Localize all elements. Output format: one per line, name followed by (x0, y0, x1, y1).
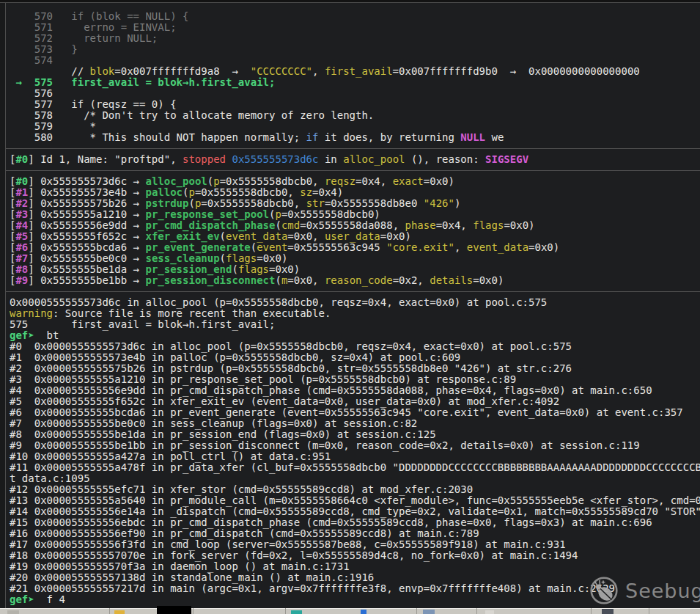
terminal-text-segment: =0x5555558da088, (300, 219, 405, 231)
terminal-text-segment: #4 (15, 219, 28, 231)
terminal-text-segment: 580 * This should NOT happen normally; (10, 131, 306, 143)
terminal-line: 573 } (10, 44, 700, 55)
terminal-text-segment: =0x4, (355, 175, 393, 187)
terminal-text-segment: #21 0x000055555557217d in main (argc=0x1… (10, 582, 615, 594)
taskbar-button-teal-icon[interactable] (291, 610, 302, 614)
terminal-line: 577 if (reqsz == 0) { (10, 99, 700, 110)
terminal-text-segment: #15 0x000055555556ebdc in pr_cmd_dispatc… (10, 516, 652, 528)
terminal-text-segment: #2 0x0000555555575b26 in pstrdup (p=0x55… (10, 362, 572, 374)
taskbar-button-light-icon[interactable] (485, 610, 494, 614)
terminal-text-segment: pr_session_end (145, 263, 232, 275)
screen: 570 if (blok == NULL) { 571 errno = EINV… (0, 0, 700, 614)
terminal-text-segment: #18 0x000055555557070e in fork_server (f… (10, 549, 578, 561)
taskbar-separator (416, 608, 417, 614)
taskbar-button-terminal-icon[interactable] (157, 606, 191, 614)
terminal-line: [#6] 0x5555555bcda6 → pr_event_generate(… (10, 242, 700, 253)
terminal-text-segment: =0x5555558dbcb0, (195, 186, 300, 198)
terminal-text-segment: =0x0) (380, 230, 411, 242)
terminal-text-segment: ( (188, 197, 194, 209)
terminal-line: 570 if (blok == NULL) { (10, 11, 700, 22)
terminal-text-segment: flags (238, 263, 269, 275)
terminal-line: 574 (10, 55, 700, 66)
terminal-line: 576 (10, 88, 700, 99)
terminal-text-segment: ( (275, 219, 281, 231)
terminal-text-segment: ( (275, 274, 281, 286)
taskbar (0, 608, 700, 614)
terminal-text-segment: =0x0) (504, 219, 534, 231)
terminal-text-segment: ] 0x555555573e4b → (28, 186, 145, 198)
terminal-text-segment: #6 (15, 241, 28, 253)
terminal-line: #6 0x00005555555bcda6 in pr_event_genera… (10, 407, 700, 418)
terminal-line: [#2] 0x555555575b26 → pstrdup(p=0x555555… (10, 198, 700, 209)
terminal-text-segment: p (213, 175, 219, 187)
terminal-text-segment: bt (34, 329, 59, 341)
terminal-text-segment: =0x0, (287, 230, 325, 242)
taskbar-button-grayblue-icon[interactable] (423, 610, 435, 614)
terminal-line: #3 0x00005555555a1210 in pr_response_set… (10, 374, 700, 385)
terminal-text-segment: ( (220, 252, 226, 264)
terminal-text-segment: pr_response_set_pool (145, 208, 269, 220)
taskbar-button-gray-icon[interactable] (7, 610, 19, 614)
terminal-text-segment: #11 0x00005555555a478f in pr_data_xfer (… (10, 461, 700, 473)
terminal-line: #7 0x00005555555be0c0 in sess_cleanup (f… (10, 418, 700, 429)
terminal-text-segment: =0x5555558dbcb0, (220, 175, 325, 187)
terminal-line: t data.c:1095 (10, 473, 700, 484)
terminal-text-segment: ] 0x555555573d6c → (28, 175, 145, 187)
terminal-text-segment: =0x4) (312, 186, 343, 198)
terminal-text-segment: pr_event_generate (145, 241, 250, 253)
terminal-line: 580 * This should NOT happen normally; i… (10, 132, 700, 143)
terminal-text-segment: #17 0x000055555556f3fd in cmd_loop (serv… (10, 538, 566, 550)
terminal-text-segment: #3 0x00005555555a1210 in pr_response_set… (10, 373, 516, 385)
terminal-text-segment: #0 (15, 175, 28, 187)
terminal-text-segment: ] 0x5555555be1bb → (28, 274, 145, 286)
terminal-text-segment: #3 (15, 208, 28, 220)
terminal-line: 0x0000555555573d6c in alloc_pool (p=0x55… (10, 297, 700, 308)
terminal-text-segment: =0x0) (257, 252, 287, 264)
terminal-text-segment: "426" (424, 197, 454, 209)
terminal-text-segment: sess_cleanup (145, 252, 219, 264)
terminal-text-segment: f 4 (34, 593, 65, 605)
terminal-text-segment: #5 0x00005555555f652c in xfer_exit_ev (e… (10, 395, 559, 407)
terminal-text-segment: #12 0x00005555555efc71 in xfer_stor (cmd… (10, 483, 473, 495)
terminal-text-segment: "core.exit" (386, 241, 454, 253)
terminal-text-segment: ( (207, 175, 213, 187)
terminal-text-segment: #7 0x00005555555be0c0 in sess_cleanup (f… (10, 417, 417, 429)
terminal-text-segment: t data.c:1095 (10, 472, 90, 484)
terminal-text-segment: =0x007fffffffd9b0 → 0x0000000000000000 (393, 65, 640, 77)
terminal-text-segment: #16 0x000055555556ef90 in pr_cmd_dispatc… (10, 527, 479, 539)
terminal-text-segment: 575 first_avail = blok→h.first_avail; (10, 318, 275, 330)
terminal-text-segment: ) (454, 197, 460, 209)
terminal-line: #15 0x000055555556ebdc in pr_cmd_dispatc… (10, 517, 700, 528)
terminal-line: #14 0x000055555556e14a in _dispatch (cmd… (10, 506, 700, 517)
seebug-watermark-label: Seebug (625, 580, 700, 602)
window-left-edge (0, 3, 5, 608)
terminal-text-segment: warning (10, 307, 53, 319)
terminal-text-segment: =0x007fffffffd9a8 → (114, 65, 250, 77)
terminal-text-segment: pr_cmd_dispatch_phase (145, 219, 275, 231)
taskbar-button-blue-icon[interactable] (361, 610, 366, 614)
terminal-text-segment: blok (90, 65, 115, 77)
terminal-text-segment: 0x0000555555573d6c in alloc_pool (p=0x55… (10, 296, 547, 308)
terminal-line: 575 first_avail = blok→h.first_avail; (10, 319, 700, 330)
terminal-text-segment: gef➤ (10, 593, 34, 605)
terminal-line: [#5] 0x5555555f652c → xfer_exit_ev(event… (10, 231, 700, 242)
terminal-text-segment: we (485, 131, 504, 143)
terminal-text-segment: pstrdup (145, 197, 188, 209)
terminal-text-segment: sz (300, 186, 312, 198)
terminal-text-segment: #4 0x000055555556e9dd in pr_cmd_dispatch… (10, 384, 652, 396)
terminal-text-segment: ] 0x55555556e9dd → (28, 219, 145, 231)
terminal-text-segment: #20 0x000055555557138d in standalone_mai… (10, 571, 374, 583)
gdb-terminal[interactable]: 570 if (blok == NULL) { 571 errno = EINV… (6, 3, 700, 608)
seebug-watermark: Seebug (589, 576, 700, 605)
terminal-line: [#4] 0x55555556e9dd → pr_cmd_dispatch_ph… (10, 220, 700, 231)
terminal-line: #0 0x0000555555573d6c in alloc_pool (p=0… (10, 341, 700, 352)
taskbar-separator (193, 608, 194, 614)
terminal-text-segment: =0x0) (424, 175, 454, 187)
taskbar-button-yellow-icon[interactable] (114, 610, 125, 614)
terminal-text-segment: #10 0x00005555555a427a in poll_ctrl () a… (10, 450, 331, 462)
terminal-text-segment: exact (393, 175, 424, 187)
terminal-text-segment: 578 /* Don't try to allocate memory of z… (10, 109, 374, 121)
terminal-line: [#1] 0x555555573e4b → palloc(p=0x5555558… (10, 187, 700, 198)
taskbar-button-dark-icon[interactable] (602, 609, 614, 614)
terminal-line: #1 0x0000555555573e4b in palloc (p=0x555… (10, 352, 700, 363)
